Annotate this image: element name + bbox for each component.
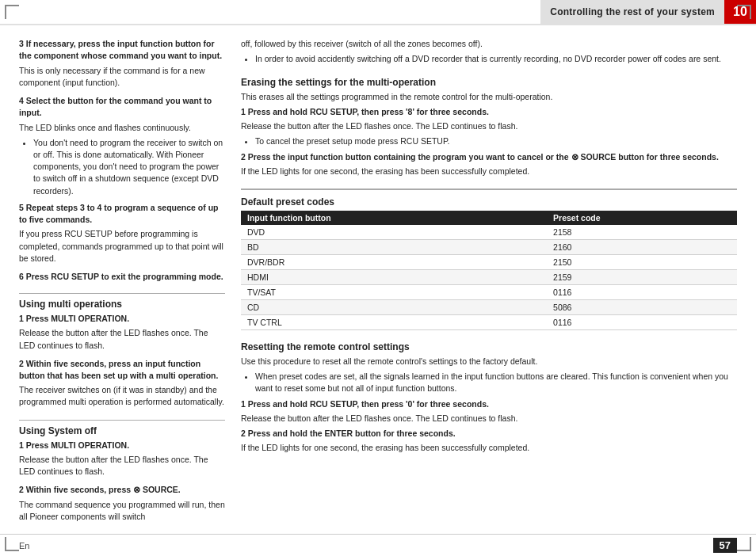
multi-step1-heading-text: 1 Press MULTI OPERATION. [19,314,129,323]
table-row: TV/SAT0116 [241,284,737,299]
step6-heading: 6 Press RCU SETUP to exit the programmin… [19,271,225,283]
table-cell-input: CD [241,299,547,314]
sysoff-step2-heading: 2 Within five seconds, press ⊗ SOURCE. [19,484,225,496]
reset-section: Resetting the remote control settings Us… [241,341,737,458]
erase-step2-body: If the LED lights for one second, the er… [241,166,737,177]
sysoff-bullets: In order to avoid accidently switching o… [241,53,737,67]
table-cell-code: 2158 [547,225,737,240]
step3-heading: 3 If necessary, press the input function… [19,38,225,62]
sysoff-step1-heading: 1 Press MULTI OPERATION. [19,440,225,451]
sysoff-step2-body: The command sequence you programmed will… [19,499,225,523]
step5-heading: 5 Repeat steps 3 to 4 to program a seque… [19,202,225,226]
multi-step2-body: The receiver switches on (if it was in s… [19,384,225,408]
reset-title: Resetting the remote control settings [241,341,737,352]
sysoff-step1-body: Release the button after the LED flashes… [19,454,225,478]
multi-ops-title: Using multi operations [19,299,225,310]
reset-step1-heading-text: 1 Press and hold RCU SETUP, then press '… [241,399,489,409]
step5-heading-text: 5 Repeat steps 3 to 4 to program a seque… [19,203,218,224]
divider-sysoff [19,420,225,421]
step3-note: This is only necessary if the command is… [19,65,225,89]
multi-step2-heading-text: 2 Within five seconds, press an input fu… [19,359,218,380]
sysoff-step2-heading-text: 2 Within five seconds, press ⊗ SOURCE. [19,485,181,494]
footer-page: 57 [713,538,737,553]
table-cell-code: 2150 [547,254,737,269]
table-cell-code: 2159 [547,269,737,284]
erase-step1-heading: 1 Press and hold RCU SETUP, then press '… [241,106,737,118]
multi-step1-heading: 1 Press MULTI OPERATION. [19,313,225,325]
table-cell-input: TV/SAT [241,284,547,299]
reset-bullet1: When preset codes are set, all the signa… [255,371,737,394]
step4-bullets: You don't need to program the receiver t… [19,137,225,199]
step4-heading-text: 4 Select the button for the command you … [19,96,212,117]
table-header-input: Input function button [241,211,547,225]
table-cell-code: 2160 [547,239,737,254]
chapter-title-area: Controlling the rest of your system [540,0,724,24]
multi-step1-body: Release the button after the LED flashes… [19,327,225,351]
table-cell-input: BD [241,239,547,254]
sysoff-step1-heading-text: 1 Press MULTI OPERATION. [19,440,129,450]
table-cell-input: TV CTRL [241,314,547,329]
preset-codes-table: Input function button Preset code DVD215… [241,211,737,330]
erase-section: Erasing the settings for the multi-opera… [241,77,737,181]
main-content: 3 If necessary, press the input function… [0,25,756,534]
page-number: 57 [713,538,737,553]
table-row: TV CTRL0116 [241,314,737,329]
step4-heading: 4 Select the button for the command you … [19,95,225,119]
table-cell-input: DVD [241,225,547,240]
reset-bullets: When preset codes are set, all the signa… [241,371,737,394]
step3-heading-text: 3 If necessary, press the input function… [19,39,222,60]
table-cell-code: 0116 [547,284,737,299]
top-bar: Controlling the rest of your system 10 [0,0,756,25]
table-row: CD5086 [241,299,737,314]
erase-title: Erasing the settings for the multi-opera… [241,77,737,88]
table-row: HDMI2159 [241,269,737,284]
corner-mark-bl [5,537,19,551]
table-row: DVR/BDR2150 [241,254,737,269]
table-cell-code: 0116 [547,314,737,329]
reset-step1-body: Release the button after the LED flashes… [241,413,737,425]
table-row: BD2160 [241,239,737,254]
table-header-code: Preset code [547,211,737,225]
erase-step2-heading-text: 2 Press the input function button contai… [241,152,719,162]
sysoff-title: Using System off [19,425,225,436]
corner-mark-tl [5,5,19,19]
table-cell-input: HDMI [241,269,547,284]
reset-step1-heading: 1 Press and hold RCU SETUP, then press '… [241,398,737,410]
table-row: DVD2158 [241,225,737,240]
left-column: 3 If necessary, press the input function… [19,38,225,526]
preset-title: Default preset codes [241,196,737,208]
reset-step2-heading: 2 Press and hold the ENTER button for th… [241,428,737,440]
erase-step1-heading-text: 1 Press and hold RCU SETUP, then press '… [241,107,489,116]
sysoff-continued: off, followed by this receiver (switch o… [241,38,737,50]
step6-heading-text: 6 Press RCU SETUP to exit the programmin… [19,272,223,281]
erase-intro: This erases all the settings programmed … [241,91,737,103]
preset-section: Default preset codes Input function butt… [241,189,737,330]
multi-step2-heading: 2 Within five seconds, press an input fu… [19,358,225,382]
footer: En 57 [0,534,756,556]
right-column: off, followed by this receiver (switch o… [241,38,737,526]
erase-step1-bullet: To cancel the preset setup mode press RC… [255,135,737,147]
erase-step1-body: Release the button after the LED flashes… [241,120,737,132]
step5-body: If you press RCU SETUP before programmin… [19,228,225,265]
step4-bullet1: You don't need to program the receiver t… [33,137,225,197]
divider-multi [19,293,225,294]
erase-step1-bullets: To cancel the preset setup mode press RC… [241,135,737,147]
step4-body: The LED blinks once and flashes continuo… [19,122,225,134]
erase-step2-heading: 2 Press the input function button contai… [241,151,737,163]
table-cell-code: 5086 [547,299,737,314]
reset-intro: Use this procedure to reset all the remo… [241,356,737,367]
reset-step2-heading-text: 2 Press and hold the ENTER button for th… [241,428,456,438]
corner-mark-tr [737,5,751,19]
reset-step2-body: If the LED lights for one second, the er… [241,442,737,454]
corner-mark-br [737,537,751,551]
footer-lang: En [19,541,29,550]
chapter-title: Controlling the rest of your system [550,6,715,17]
sysoff-bullet1: In order to avoid accidently switching o… [255,53,737,65]
table-cell-input: DVR/BDR [241,254,547,269]
